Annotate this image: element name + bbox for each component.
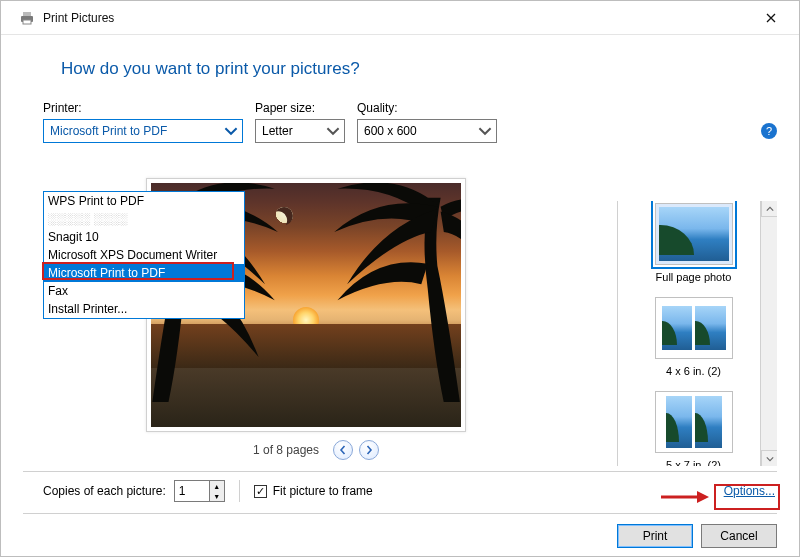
layout-option[interactable]: 5 x 7 in. (2) bbox=[626, 391, 761, 466]
separator bbox=[23, 471, 777, 472]
layout-thumbnail bbox=[655, 391, 733, 453]
printer-dropdown-item[interactable]: Microsoft Print to PDF bbox=[44, 264, 244, 282]
copies-label: Copies of each picture: bbox=[43, 484, 166, 498]
options-row: Copies of each picture: ▲ ▼ ✓ Fit pictur… bbox=[43, 476, 777, 506]
separator bbox=[239, 480, 240, 502]
prev-page-button[interactable] bbox=[333, 440, 353, 460]
chevron-down-icon bbox=[478, 124, 492, 138]
checkbox-icon: ✓ bbox=[254, 485, 267, 498]
combo-labels-row: Printer: Paper size: Quality: bbox=[1, 101, 799, 115]
pager: 1 of 8 pages bbox=[43, 440, 589, 460]
options-link[interactable]: Options... bbox=[722, 482, 777, 500]
fit-to-frame-label: Fit picture to frame bbox=[273, 484, 373, 498]
fit-to-frame-checkbox[interactable]: ✓ Fit picture to frame bbox=[254, 484, 373, 498]
help-icon[interactable]: ? bbox=[761, 123, 777, 139]
printer-combo[interactable]: Microsoft Print to PDF bbox=[43, 119, 243, 143]
layout-option[interactable]: Full page photo bbox=[626, 203, 761, 283]
titlebar: Print Pictures bbox=[1, 1, 799, 35]
paper-size-label: Paper size: bbox=[255, 101, 345, 115]
printer-dropdown-item[interactable]: ░░░░░ ░░░░ bbox=[44, 210, 244, 228]
layout-list[interactable]: Full page photo4 x 6 in. (2)5 x 7 in. (2… bbox=[618, 201, 777, 466]
copies-spinner[interactable]: ▲ ▼ bbox=[174, 480, 225, 502]
combo-row: Microsoft Print to PDF Letter 600 x 600 … bbox=[1, 119, 799, 143]
dialog-buttons: Print Cancel bbox=[617, 524, 777, 548]
printer-dropdown-item[interactable]: Snagit 10 bbox=[44, 228, 244, 246]
printer-label: Printer: bbox=[43, 101, 243, 115]
printer-dropdown-item[interactable]: Install Printer... bbox=[44, 300, 244, 318]
printer-combo-value: Microsoft Print to PDF bbox=[50, 124, 167, 138]
layout-panel: Full page photo4 x 6 in. (2)5 x 7 in. (2… bbox=[617, 201, 777, 466]
pager-text: 1 of 8 pages bbox=[253, 443, 319, 457]
layout-option[interactable]: 4 x 6 in. (2) bbox=[626, 297, 761, 377]
close-button[interactable] bbox=[751, 3, 791, 33]
copies-up-button[interactable]: ▲ bbox=[210, 481, 224, 491]
paper-size-combo[interactable]: Letter bbox=[255, 119, 345, 143]
dialog-heading: How do you want to print your pictures? bbox=[1, 35, 799, 93]
layout-option-label: Full page photo bbox=[626, 271, 761, 283]
layout-option-label: 4 x 6 in. (2) bbox=[626, 365, 761, 377]
svg-rect-1 bbox=[23, 12, 31, 16]
layout-thumbnail bbox=[655, 297, 733, 359]
layout-thumbnail bbox=[655, 203, 733, 265]
printer-dropdown-item[interactable]: WPS Print to PDF bbox=[44, 192, 244, 210]
separator bbox=[23, 513, 777, 514]
print-button[interactable]: Print bbox=[617, 524, 693, 548]
chevron-down-icon bbox=[326, 124, 340, 138]
copies-input[interactable] bbox=[174, 480, 210, 502]
paper-size-combo-value: Letter bbox=[262, 124, 293, 138]
next-page-button[interactable] bbox=[359, 440, 379, 460]
printer-dropdown-item[interactable]: Fax bbox=[44, 282, 244, 300]
scroll-up-button[interactable] bbox=[761, 201, 777, 217]
quality-combo-value: 600 x 600 bbox=[364, 124, 417, 138]
printer-icon bbox=[19, 10, 35, 26]
window-title: Print Pictures bbox=[43, 11, 114, 25]
printer-dropdown-item[interactable]: Microsoft XPS Document Writer bbox=[44, 246, 244, 264]
chevron-down-icon bbox=[224, 124, 238, 138]
quality-combo[interactable]: 600 x 600 bbox=[357, 119, 497, 143]
layout-option-label: 5 x 7 in. (2) bbox=[626, 459, 761, 466]
quality-label: Quality: bbox=[357, 101, 497, 115]
printer-dropdown-list[interactable]: WPS Print to PDF░░░░░ ░░░░Snagit 10Micro… bbox=[43, 191, 245, 319]
svg-rect-2 bbox=[23, 20, 31, 24]
scroll-down-button[interactable] bbox=[761, 450, 777, 466]
print-pictures-dialog: Print Pictures How do you want to print … bbox=[0, 0, 800, 557]
copies-down-button[interactable]: ▼ bbox=[210, 491, 224, 501]
cancel-button[interactable]: Cancel bbox=[701, 524, 777, 548]
